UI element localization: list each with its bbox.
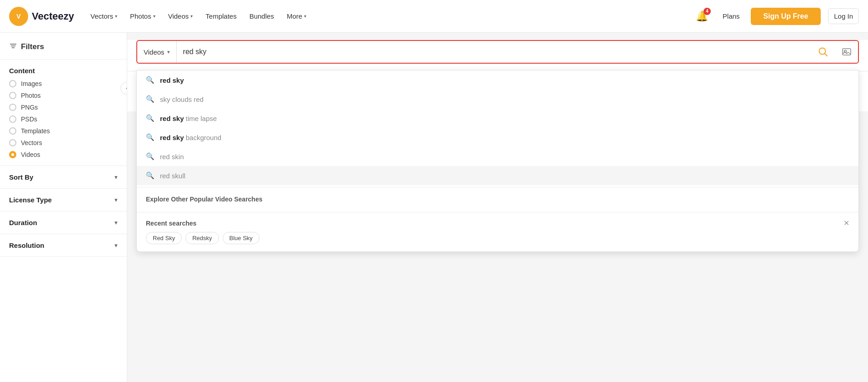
plans-link[interactable]: Plans [719, 9, 743, 24]
recent-header: Recent searches ✕ [146, 219, 849, 227]
nav-links: Vectors ▾ Photos ▾ Videos ▾ Templates Bu… [85, 9, 692, 24]
recent-close-button[interactable]: ✕ [843, 219, 849, 227]
search-bar: Videos ▾ [136, 40, 859, 64]
duration-title: Duration [9, 219, 37, 226]
chevron-down-icon: ▾ [115, 242, 118, 249]
search-icon: 🔍 [146, 171, 155, 180]
search-icon: 🔍 [146, 133, 155, 141]
content-option-videos[interactable]: Videos [9, 151, 118, 158]
search-icon: 🔍 [146, 76, 155, 84]
login-link[interactable]: Log In [828, 8, 859, 24]
suggestion-red-sky-background[interactable]: 🔍 red sky background [137, 128, 858, 147]
suggestion-sky-clouds-red[interactable]: 🔍 sky clouds red [137, 90, 858, 109]
license-type-section[interactable]: License Type ▾ [0, 189, 127, 211]
divider [137, 187, 858, 187]
image-search-button[interactable] [835, 41, 858, 63]
radio-photos [9, 92, 16, 99]
search-container: Videos ▾ [127, 40, 868, 71]
search-icon: 🔍 [146, 114, 155, 122]
search-icon: 🔍 [146, 95, 155, 103]
sidebar-header: Filters [0, 42, 127, 60]
explore-title: Explore Other Popular Video Searches [146, 196, 849, 203]
content-option-psds[interactable]: PSDs [9, 116, 118, 123]
nav-vectors[interactable]: Vectors ▾ [85, 9, 123, 24]
nav-more[interactable]: More ▾ [281, 9, 312, 24]
radio-psds [9, 116, 16, 123]
resolution-section[interactable]: Resolution ▾ [0, 234, 127, 257]
sidebar: ‹ Filters Content Images [0, 33, 127, 382]
chevron-down-icon: ▾ [115, 196, 118, 203]
suggestion-red-sky[interactable]: 🔍 red sky [137, 70, 858, 90]
explore-section: Explore Other Popular Video Searches [137, 189, 858, 210]
sort-by-section[interactable]: Sort By ▾ [0, 166, 127, 189]
logo-icon: V [9, 7, 28, 26]
notification-button[interactable]: 🔔 4 [692, 7, 712, 26]
chevron-down-icon: ▾ [115, 174, 118, 181]
chevron-down-icon: ▾ [115, 14, 117, 19]
chevron-down-icon: ▾ [115, 219, 118, 226]
nav-bundles[interactable]: Bundles [244, 9, 279, 24]
resolution-title: Resolution [9, 241, 45, 249]
search-dropdown: 🔍 red sky 🔍 sky clouds red 🔍 red sky tim… [136, 70, 859, 252]
radio-vectors [9, 139, 16, 146]
recent-tag-blue-sky[interactable]: Blue Sky [223, 232, 259, 244]
content-option-images[interactable]: Images [9, 80, 118, 87]
recent-tag-red-sky[interactable]: Red Sky [146, 232, 182, 244]
search-type-label: Videos [144, 48, 165, 56]
chevron-down-icon: ▾ [153, 14, 155, 19]
license-type-title: License Type [9, 196, 52, 204]
content-section: Content Images Photos PNGs PSDs [0, 60, 127, 166]
recent-tag-redsky[interactable]: Redsky [185, 232, 219, 244]
nav-videos[interactable]: Videos ▾ [163, 9, 199, 24]
svg-line-6 [825, 54, 828, 56]
filters-label: Filters [21, 42, 44, 51]
duration-section[interactable]: Duration ▾ [0, 211, 127, 234]
content-section-title: Content [9, 67, 118, 75]
filter-icon [9, 42, 17, 52]
content-option-photos[interactable]: Photos [9, 92, 118, 99]
svg-text:V: V [16, 13, 21, 20]
chevron-down-icon: ▾ [304, 14, 306, 19]
content-option-templates[interactable]: Templates [9, 127, 118, 135]
signup-button[interactable]: Sign Up Free [751, 8, 821, 25]
chevron-down-icon: ▾ [190, 14, 193, 19]
sort-by-title: Sort By [9, 173, 33, 181]
content-option-pngs[interactable]: PNGs [9, 104, 118, 111]
suggestion-red-skull[interactable]: 🔍 red skull [137, 166, 858, 185]
recent-title: Recent searches [146, 220, 196, 227]
nav-photos[interactable]: Photos ▾ [125, 9, 161, 24]
suggestion-red-sky-time-lapse[interactable]: 🔍 red sky time lapse [137, 109, 858, 128]
recent-section: Recent searches ✕ Red Sky Redsky Blue Sk… [137, 214, 858, 251]
divider-2 [137, 212, 858, 212]
notification-badge: 4 [703, 8, 711, 15]
search-button[interactable] [811, 41, 835, 63]
logo[interactable]: V Vecteezy [9, 7, 74, 26]
chevron-down-icon: ▾ [167, 49, 170, 55]
radio-images [9, 80, 16, 87]
search-input[interactable] [177, 41, 811, 63]
radio-pngs [9, 104, 16, 111]
suggestion-red-skin[interactable]: 🔍 red skin [137, 147, 858, 166]
content-option-vectors[interactable]: Vectors [9, 139, 118, 146]
radio-templates [9, 127, 16, 135]
nav-right: 🔔 4 Plans Sign Up Free Log In [692, 7, 859, 26]
main-layout: ‹ Filters Content Images [0, 33, 868, 382]
search-icon: 🔍 [146, 152, 155, 161]
search-type-selector[interactable]: Videos ▾ [137, 41, 177, 63]
logo-text: Vecteezy [32, 10, 74, 22]
nav-templates[interactable]: Templates [200, 9, 242, 24]
navbar: V Vecteezy Vectors ▾ Photos ▾ Videos ▾ T… [0, 0, 868, 33]
content-radio-group: Images Photos PNGs PSDs Templates [9, 80, 118, 158]
radio-videos [9, 151, 16, 158]
content-area: Videos ▾ [127, 33, 868, 382]
recent-tags: Red Sky Redsky Blue Sky [146, 232, 849, 244]
